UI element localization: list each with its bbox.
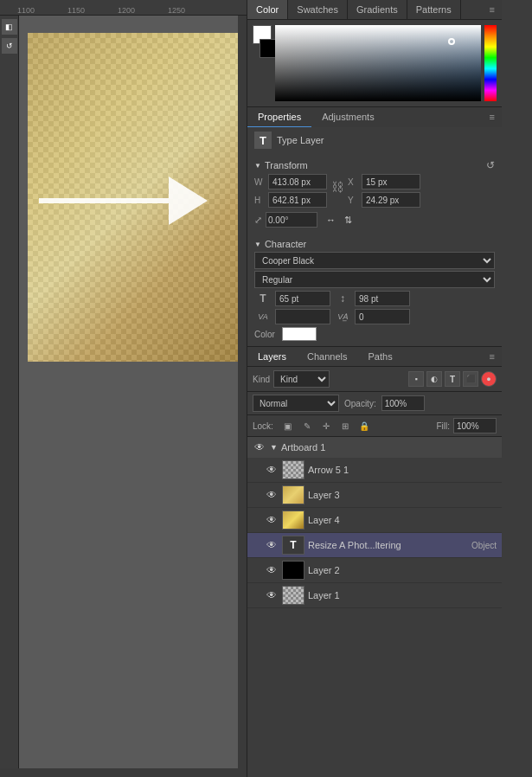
blend-mode-select[interactable]: Normal <box>253 395 339 412</box>
tab-paths[interactable]: Paths <box>358 347 403 366</box>
tab-channels[interactable]: Channels <box>297 347 357 366</box>
opacity-label: Opacity: <box>344 399 376 408</box>
tracking-input[interactable] <box>355 309 410 324</box>
properties-menu-icon[interactable]: ≡ <box>483 107 502 127</box>
lock-pixels-icon[interactable]: ✎ <box>299 418 315 433</box>
tool-button[interactable]: ◧ <box>2 19 17 35</box>
layer-name: Layer 2 <box>308 565 497 575</box>
adjustment-filter-icon[interactable]: ◐ <box>426 371 442 387</box>
smart-filter-icon[interactable]: ● <box>481 371 497 387</box>
blend-opacity-row: Normal Opacity: <box>247 392 502 415</box>
type-layer-icon: T <box>254 132 272 149</box>
artboard-visibility-icon[interactable]: 👁 <box>253 440 266 454</box>
transform-wh: W H <box>254 174 327 208</box>
text-color-swatch[interactable] <box>282 327 317 341</box>
transform-fields: W H ⛓ X Y <box>254 174 495 208</box>
tab-gradients[interactable]: Gradients <box>348 0 407 19</box>
tab-properties[interactable]: Properties <box>247 107 311 127</box>
font-size-row: T ↕ <box>254 291 495 306</box>
pixel-filter-icon[interactable]: ▪ <box>408 371 424 387</box>
horizontal-scrollbar[interactable] <box>0 768 247 777</box>
layer-gold-thumb <box>283 486 304 504</box>
kerning-icon: VA <box>254 312 272 321</box>
lock-position-icon[interactable]: ✛ <box>318 418 334 433</box>
layer-name: Layer 1 <box>308 590 497 600</box>
x-row: X <box>348 174 420 189</box>
tab-layers[interactable]: Layers <box>247 347 297 366</box>
canvas <box>19 16 238 768</box>
h-label: H <box>254 196 265 205</box>
kind-select[interactable]: Kind <box>273 370 330 388</box>
properties-section: Properties Adjustments ≡ T Type Layer ▼ … <box>247 107 502 347</box>
artboard-row[interactable]: 👁 ▼ Artboard 1 <box>247 437 502 458</box>
color-picker-indicator <box>448 38 455 45</box>
y-label: Y <box>348 196 358 205</box>
fill-input[interactable] <box>453 418 497 433</box>
layer-thumbnail <box>282 586 304 605</box>
color-spectrum[interactable] <box>484 25 497 101</box>
y-input[interactable] <box>362 192 420 208</box>
color-gradient-picker[interactable] <box>275 25 481 101</box>
layers-list: 👁 ▼ Artboard 1 👁 Arrow 5 1 👁 Layer 3 <box>247 437 502 777</box>
layer-row[interactable]: 👁 Layer 1 <box>247 583 502 608</box>
layer-visibility-icon[interactable]: 👁 <box>265 463 279 477</box>
layer-visibility-icon[interactable]: 👁 <box>265 563 279 577</box>
layer-thumbnail: T <box>282 536 304 555</box>
panel-menu-icon[interactable]: ≡ <box>483 0 502 19</box>
vertical-scrollbar[interactable] <box>238 16 247 768</box>
layer-black-thumb <box>283 562 304 579</box>
transform-label: Transform <box>265 160 308 170</box>
layer-row[interactable]: 👁 Arrow 5 1 <box>247 458 502 483</box>
artboard-expand-icon[interactable]: ▼ <box>270 443 278 452</box>
chain-link-icon[interactable]: ⛓ <box>330 174 344 200</box>
w-label: W <box>254 177 265 187</box>
layer-row[interactable]: 👁 T Resize A Phot...ltering Object <box>247 533 502 558</box>
shape-filter-icon[interactable]: ⬛ <box>463 371 478 387</box>
right-panel: Color Swatches Gradients Patterns ≡ Prop… <box>247 0 502 777</box>
opacity-input[interactable] <box>381 395 425 411</box>
kerning-input[interactable] <box>275 309 330 324</box>
toolbox: ◧ ↺ <box>0 16 19 768</box>
leading-input[interactable] <box>355 291 410 306</box>
font-style-select[interactable]: Regular <box>254 271 495 288</box>
color-row: Color <box>254 327 495 341</box>
layer-visibility-icon[interactable]: 👁 <box>265 513 279 527</box>
layers-menu-icon[interactable]: ≡ <box>483 347 502 366</box>
layer-visibility-icon[interactable]: 👁 <box>265 488 279 502</box>
height-row: H <box>254 192 327 208</box>
tracking-icon: VA̲ <box>334 312 351 321</box>
transform-reset-button[interactable]: ↺ <box>486 159 495 171</box>
layer-row[interactable]: 👁 Layer 2 <box>247 558 502 583</box>
font-size-input[interactable] <box>275 291 330 306</box>
color-panel-tabs: Color Swatches Gradients Patterns ≡ <box>247 0 502 20</box>
layer-visibility-icon[interactable]: 👁 <box>265 588 279 602</box>
fill-label: Fill: <box>436 421 450 431</box>
layer-name: Layer 4 <box>308 515 497 525</box>
arrow-body <box>39 198 169 203</box>
lock-artboard-icon[interactable]: ⊞ <box>337 418 353 433</box>
tab-adjustments[interactable]: Adjustments <box>311 107 385 127</box>
lock-transparent-icon[interactable]: ▣ <box>280 418 296 433</box>
lock-label: Lock: <box>253 421 273 431</box>
layer-row[interactable]: 👁 Layer 3 <box>247 483 502 508</box>
angle-input[interactable] <box>266 212 317 228</box>
layer-type-thumb: T <box>283 536 304 554</box>
height-input[interactable] <box>268 192 327 208</box>
x-input[interactable] <box>362 174 420 189</box>
filter-icons: ▪ ◐ T ⬛ ● <box>408 371 497 387</box>
layer-row[interactable]: 👁 Layer 4 <box>247 508 502 533</box>
tab-patterns[interactable]: Patterns <box>407 0 461 19</box>
fg-bg-swatches <box>253 25 272 101</box>
lock-all-icon[interactable]: 🔒 <box>356 418 372 433</box>
tool-button[interactable]: ↺ <box>2 38 17 54</box>
width-input[interactable] <box>268 174 327 189</box>
transform-angle-row: ⤢ ↔ ⇅ <box>254 210 495 229</box>
tab-color[interactable]: Color <box>247 0 288 19</box>
layer-visibility-icon[interactable]: 👁 <box>265 538 279 552</box>
layers-tabs: Layers Channels Paths ≡ <box>247 347 502 367</box>
font-family-select[interactable]: Cooper Black <box>254 252 495 269</box>
type-filter-icon[interactable]: T <box>445 371 460 387</box>
layer-name: Arrow 5 1 <box>308 465 497 475</box>
color-section: Color Swatches Gradients Patterns ≡ <box>247 0 502 107</box>
tab-swatches[interactable]: Swatches <box>288 0 348 19</box>
